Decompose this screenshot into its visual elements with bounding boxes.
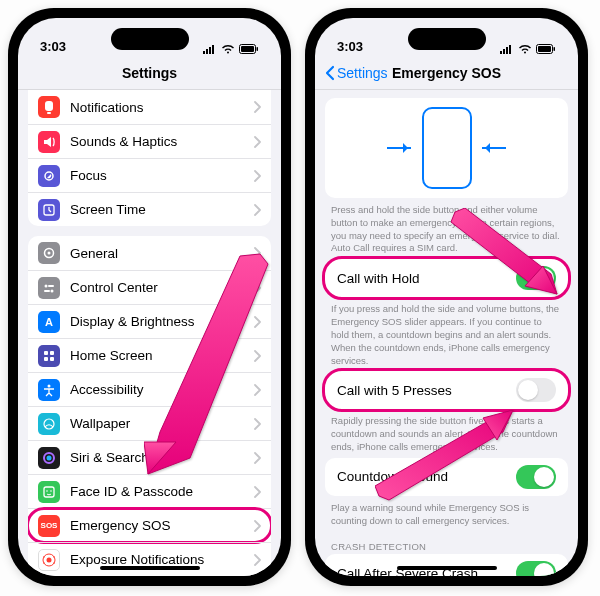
row-label: General (70, 246, 253, 261)
countdown-toggle[interactable] (516, 465, 556, 489)
call-with-hold-toggle[interactable] (516, 266, 556, 290)
svg-rect-41 (506, 47, 508, 54)
settings-row-control-center[interactable]: Control Center (28, 270, 271, 304)
sos-illustration (325, 98, 568, 198)
status-time: 3:03 (40, 39, 66, 54)
control-center-icon (38, 277, 60, 299)
row-label: Face ID & Passcode (70, 484, 253, 499)
svg-rect-16 (44, 290, 50, 292)
svg-rect-6 (257, 47, 259, 51)
nav-bar-right: Settings Emergency SOS (315, 56, 578, 90)
chevron-right-icon (253, 486, 261, 498)
face-id-passcode-icon (38, 481, 60, 503)
illus-arrow-right (482, 147, 506, 149)
chevron-right-icon (253, 520, 261, 532)
settings-row-home-screen[interactable]: Home Screen (28, 338, 271, 372)
chevron-right-icon (253, 452, 261, 464)
battery-icon (536, 44, 556, 54)
row-label: Accessibility (70, 382, 253, 397)
svg-rect-21 (50, 357, 54, 361)
settings-row-exposure-notifications[interactable]: Exposure Notifications (28, 542, 271, 576)
svg-rect-19 (50, 351, 54, 355)
svg-rect-5 (241, 46, 254, 52)
svg-rect-18 (44, 351, 48, 355)
countdown-label: Countdown Sound (337, 469, 516, 484)
call-5-label: Call with 5 Presses (337, 383, 516, 398)
back-label: Settings (337, 65, 388, 81)
row-label: Display & Brightness (70, 314, 253, 329)
settings-row-screen-time[interactable]: Screen Time (28, 192, 271, 226)
display-brightness-icon: A (38, 311, 60, 333)
nav-title: Emergency SOS (392, 65, 501, 81)
call-hold-caption: If you press and hold the side and volum… (315, 297, 578, 371)
row-label: Siri & Search (70, 450, 253, 465)
home-indicator[interactable] (100, 566, 200, 570)
settings-group-2: GeneralControl CenterADisplay & Brightne… (28, 236, 271, 576)
settings-row-wallpaper[interactable]: Wallpaper (28, 406, 271, 440)
settings-row-display-brightness[interactable]: ADisplay & Brightness (28, 304, 271, 338)
back-button[interactable]: Settings (325, 65, 388, 81)
nav-title: Settings (122, 65, 177, 81)
svg-rect-42 (509, 45, 511, 54)
settings-row-general[interactable]: General (28, 236, 271, 270)
emergency-sos-icon: SOS (38, 515, 60, 537)
status-icons (500, 44, 556, 54)
call-with-hold-row[interactable]: Call with Hold (325, 259, 568, 297)
svg-point-34 (53, 562, 55, 564)
screen-right: 3:03 Settings Emergency SOS Press and ho… (315, 18, 578, 576)
chevron-right-icon (253, 350, 261, 362)
settings-row-sounds-haptics[interactable]: Sounds & Haptics (28, 124, 271, 158)
row-label: Screen Time (70, 202, 253, 217)
chevron-right-icon (253, 282, 261, 294)
svg-point-12 (48, 252, 51, 255)
home-screen-icon (38, 345, 60, 367)
call-5-toggle[interactable] (516, 378, 556, 402)
wallpaper-icon (38, 413, 60, 435)
home-indicator[interactable] (397, 566, 497, 570)
svg-point-23 (44, 419, 54, 429)
chevron-right-icon (253, 136, 261, 148)
focus-icon (38, 165, 60, 187)
settings-row-notifications[interactable]: Notifications (28, 90, 271, 124)
svg-point-27 (46, 490, 48, 492)
general-icon (38, 242, 60, 264)
illus-phone-icon (422, 107, 472, 189)
settings-row-accessibility[interactable]: Accessibility (28, 372, 271, 406)
call-5-caption: Rapidly pressing the side button five ti… (315, 409, 578, 457)
battery-icon (239, 44, 259, 54)
settings-content[interactable]: NotificationsSounds & HapticsFocusScreen… (18, 90, 281, 576)
row-label: Home Screen (70, 348, 253, 363)
sos-content[interactable]: Press and hold the side button and eithe… (315, 90, 578, 576)
row-label: Notifications (70, 100, 253, 115)
chevron-right-icon (253, 316, 261, 328)
call-with-5-presses-row[interactable]: Call with 5 Presses (325, 371, 568, 409)
settings-row-siri-search[interactable]: Siri & Search (28, 440, 271, 474)
svg-rect-45 (554, 47, 556, 51)
chevron-right-icon (253, 170, 261, 182)
svg-point-13 (45, 284, 48, 287)
status-icons (203, 44, 259, 54)
crash-toggle[interactable] (516, 561, 556, 576)
svg-rect-39 (500, 51, 502, 54)
row-label: Sounds & Haptics (70, 134, 253, 149)
row-label: Emergency SOS (70, 518, 253, 533)
status-time: 3:03 (337, 39, 363, 54)
chevron-right-icon (253, 247, 261, 259)
cellular-icon (500, 44, 514, 54)
settings-row-emergency-sos[interactable]: SOSEmergency SOS (28, 508, 271, 542)
phone-right: 3:03 Settings Emergency SOS Press and ho… (305, 8, 588, 586)
row-label: Focus (70, 168, 253, 183)
countdown-sound-row[interactable]: Countdown Sound (325, 458, 568, 496)
chevron-right-icon (253, 384, 261, 396)
svg-point-32 (53, 556, 55, 558)
settings-row-focus[interactable]: Focus (28, 158, 271, 192)
settings-row-face-id-passcode[interactable]: Face ID & Passcode (28, 474, 271, 508)
svg-point-25 (47, 455, 52, 460)
svg-rect-0 (203, 51, 205, 54)
notifications-icon (38, 96, 60, 118)
svg-rect-3 (212, 45, 214, 54)
exposure-notifications-icon (38, 549, 60, 571)
svg-rect-14 (48, 285, 54, 287)
dynamic-island (408, 28, 486, 50)
crash-detection-header: CRASH DETECTION (315, 531, 578, 554)
